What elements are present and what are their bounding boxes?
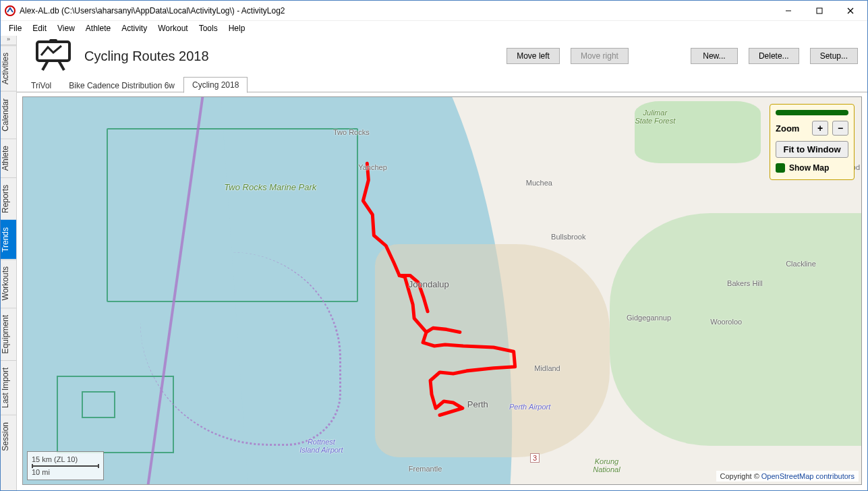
new-button[interactable]: New...: [691, 48, 738, 64]
svg-rect-6: [49, 39, 57, 43]
label-two-rocks: Two Rocks: [333, 128, 370, 136]
delete-button[interactable]: Delete...: [749, 48, 799, 64]
tab-cycling-2018[interactable]: Cycling 2018: [183, 77, 248, 93]
minimize-button[interactable]: [773, 1, 804, 21]
sidebar-tab-activities[interactable]: Activities: [1, 45, 16, 91]
maximize-button[interactable]: [804, 1, 835, 21]
map-canvas[interactable]: Two Rocks Marine Park Two Rocks Yanchep …: [22, 96, 862, 485]
scale-km: 15 km (ZL 10): [32, 455, 99, 464]
label-gidgegannup: Gidgegannup: [627, 314, 671, 322]
sidebar-tab-workouts[interactable]: Workouts: [1, 259, 16, 307]
window-title: Alex-AL.db (C:\Users\aharsanyi\AppData\L…: [20, 6, 773, 16]
sidebar-tab-trends[interactable]: Trends: [1, 220, 16, 259]
label-bullsbrook: Bullsbrook: [551, 233, 585, 241]
label-bakers-hill: Bakers Hill: [727, 279, 763, 287]
map-control-panel: Zoom + − Fit to Window Show Map: [770, 104, 855, 180]
close-button[interactable]: [835, 1, 866, 21]
map-scale: 15 km (ZL 10) 10 mi: [27, 451, 104, 480]
fit-to-window-button[interactable]: Fit to Window: [776, 141, 848, 158]
label-midland: Midland: [534, 364, 560, 372]
tab-trivol[interactable]: TriVol: [22, 78, 60, 93]
map-load-progress: [776, 110, 848, 115]
sidebar-toggle[interactable]: »: [1, 36, 16, 45]
zoom-label: Zoom: [776, 123, 808, 134]
move-left-button[interactable]: Move left: [507, 48, 560, 64]
trend-icon: [33, 39, 74, 74]
menu-file[interactable]: File: [3, 22, 27, 34]
menu-bar: File Edit View Athlete Activity Workout …: [1, 21, 867, 36]
label-clackline: Clackline: [786, 260, 816, 268]
gps-route: [23, 97, 861, 484]
menu-workout[interactable]: Workout: [152, 22, 193, 34]
sidebar-tab-reports[interactable]: Reports: [1, 177, 16, 220]
scale-mi: 10 mi: [32, 467, 99, 477]
menu-athlete[interactable]: Athlete: [80, 22, 116, 34]
label-two-rocks-marine-park: Two Rocks Marine Park: [224, 182, 316, 192]
label-fremantle: Fremantle: [409, 465, 442, 473]
label-perth-airport: Perth Airport: [509, 403, 550, 411]
label-yanchep: Yanchep: [358, 163, 387, 171]
zoom-in-button[interactable]: +: [812, 121, 828, 136]
page-title: Cycling Routes 2018: [84, 49, 209, 64]
trend-header: Cycling Routes 2018 Move left Move right…: [17, 36, 867, 76]
zoom-out-button[interactable]: −: [832, 121, 848, 136]
label-joondalup: Joondalup: [409, 279, 449, 289]
svg-line-7: [42, 61, 48, 70]
menu-view[interactable]: View: [52, 22, 80, 34]
sidebar-tab-last-import[interactable]: Last Import: [1, 360, 16, 415]
label-rottnest-airport: Rottnest Island Airport: [299, 438, 343, 454]
label-wooroloo: Wooroloo: [710, 318, 742, 326]
menu-help[interactable]: Help: [223, 22, 251, 34]
map-attribution: Copyright © OpenStreetMap contributors: [716, 471, 859, 482]
sidebar-tab-athlete[interactable]: Athlete: [1, 138, 16, 177]
show-map-label: Show Map: [789, 163, 829, 173]
sidebar-tab-equipment[interactable]: Equipment: [1, 308, 16, 360]
title-bar: Alex-AL.db (C:\Users\aharsanyi\AppData\L…: [1, 1, 867, 21]
side-nav: » Activities Calendar Athlete Reports Tr…: [1, 36, 17, 490]
label-muchea: Muchea: [526, 179, 552, 187]
sidebar-tab-calendar[interactable]: Calendar: [1, 91, 16, 138]
setup-button[interactable]: Setup...: [810, 48, 858, 64]
route-shield-3: 3: [530, 453, 540, 463]
svg-line-8: [59, 61, 64, 70]
move-right-button: Move right: [571, 48, 629, 64]
osm-link[interactable]: OpenStreetMap contributors: [761, 472, 855, 480]
menu-edit[interactable]: Edit: [27, 22, 52, 34]
menu-tools[interactable]: Tools: [194, 22, 223, 34]
show-map-checkbox[interactable]: [776, 163, 785, 173]
app-icon: [5, 5, 16, 16]
label-julimar-forest: Julimar State Forest: [635, 109, 675, 125]
tab-bike-cadence[interactable]: Bike Cadence Distribution 6w: [60, 78, 183, 93]
svg-rect-2: [817, 8, 822, 13]
sidebar-tab-session[interactable]: Session: [1, 415, 16, 458]
label-korung-national: Korung National: [593, 457, 620, 473]
trend-tabs: TriVol Bike Cadence Distribution 6w Cycl…: [17, 76, 867, 92]
menu-activity[interactable]: Activity: [116, 22, 152, 34]
label-perth: Perth: [467, 399, 488, 409]
